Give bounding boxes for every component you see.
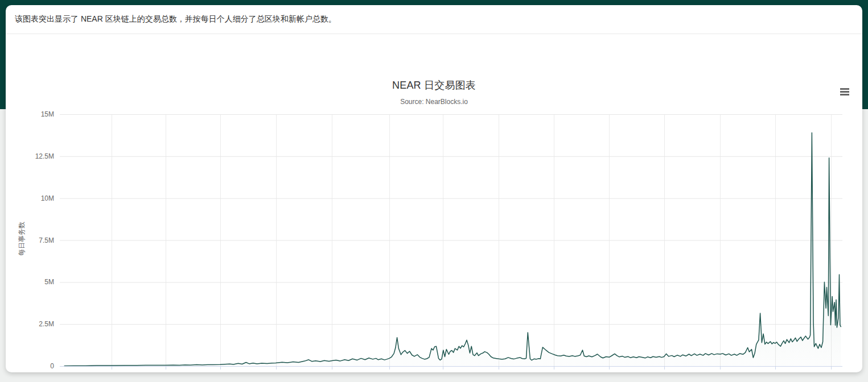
x-axis-tick-label: Apr '23 bbox=[653, 371, 675, 372]
x-axis-tick-label: Apr '21 bbox=[209, 371, 231, 372]
chart-description-text: 该图表突出显示了 NEAR 区块链上的交易总数，并按每日个人细分了总区块和新帐户… bbox=[15, 14, 336, 24]
x-axis-tick-label: Jul '22 bbox=[489, 371, 508, 372]
hamburger-menu-icon bbox=[840, 91, 849, 93]
y-axis-tick-label: 12.5M bbox=[9, 152, 54, 160]
series-line bbox=[64, 133, 841, 366]
y-axis-tick-label: 0 bbox=[9, 362, 54, 370]
x-axis-tick-label: Oct '21 bbox=[321, 371, 343, 372]
x-axis-tick-label: Jan '22 bbox=[379, 371, 400, 372]
y-axis-tick-label: 5M bbox=[9, 278, 54, 286]
y-axis-tick-label: 10M bbox=[9, 194, 54, 202]
hamburger-menu-icon bbox=[840, 88, 849, 90]
page: { "page": { "description": "该图表突出显示了 NEA… bbox=[0, 0, 868, 382]
chart-title: NEAR 日交易图表 bbox=[6, 78, 862, 92]
x-axis-tick-label: Jul '23 bbox=[710, 371, 730, 372]
x-axis-tick-label: Jul '21 bbox=[266, 371, 286, 372]
x-axis-tick-label: Jan '21 bbox=[155, 371, 176, 372]
x-axis-tick-label: Oct '22 bbox=[543, 371, 565, 372]
chart-subtitle: Source: NearBlocks.io bbox=[6, 98, 862, 106]
hamburger-menu-icon bbox=[840, 94, 849, 96]
x-axis-tick-label: Oct '20 bbox=[101, 371, 122, 372]
y-axis-tick-label: 2.5M bbox=[9, 320, 54, 328]
x-axis-tick-label: Jan '23 bbox=[598, 371, 620, 372]
x-axis-tick-label: Jan '24 bbox=[820, 371, 842, 372]
y-axis-tick-label: 7.5M bbox=[9, 236, 54, 244]
x-axis-tick-label: Oct '23 bbox=[764, 371, 786, 372]
gridlines bbox=[60, 114, 842, 366]
x-axis-line bbox=[60, 366, 842, 369]
x-axis-tick-label: Apr '22 bbox=[432, 371, 454, 372]
chart-card: 该图表突出显示了 NEAR 区块链上的交易总数，并按每日个人细分了总区块和新帐户… bbox=[6, 5, 862, 372]
description-bar: 该图表突出显示了 NEAR 区块链上的交易总数，并按每日个人细分了总区块和新帐户… bbox=[6, 5, 862, 34]
chart-area: NEAR 日交易图表 Source: NearBlocks.io 每日事务数 O… bbox=[6, 34, 862, 372]
series-area-fill bbox=[64, 133, 841, 367]
context-menu-button[interactable] bbox=[838, 85, 851, 98]
y-axis-tick-label: 15M bbox=[9, 110, 54, 118]
